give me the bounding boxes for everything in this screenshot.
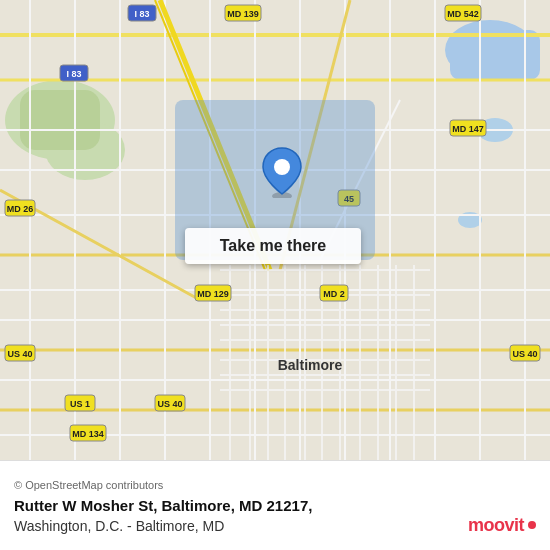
- svg-text:US 40: US 40: [157, 399, 182, 409]
- app: MD 139 MD 542 I 83 I 83 MD 147 MD 26 US …: [0, 0, 550, 550]
- svg-text:MD 134: MD 134: [72, 429, 104, 439]
- svg-text:I 83: I 83: [134, 9, 149, 19]
- svg-text:MD 139: MD 139: [227, 9, 259, 19]
- svg-rect-5: [450, 30, 540, 80]
- address-text: Rutter W Mosher St, Baltimore, MD 21217,: [14, 497, 536, 514]
- take-me-there-button[interactable]: Take me there: [185, 228, 361, 264]
- svg-text:MD 2: MD 2: [323, 289, 345, 299]
- svg-text:Baltimore: Baltimore: [278, 357, 343, 373]
- svg-text:MD 147: MD 147: [452, 124, 484, 134]
- svg-text:US 40: US 40: [512, 349, 537, 359]
- map-container: MD 139 MD 542 I 83 I 83 MD 147 MD 26 US …: [0, 0, 550, 460]
- svg-rect-3: [20, 90, 100, 150]
- svg-text:I 83: I 83: [66, 69, 81, 79]
- moovit-logo: moovit: [468, 515, 536, 536]
- svg-text:US 40: US 40: [7, 349, 32, 359]
- svg-text:US 1: US 1: [70, 399, 90, 409]
- info-bar: © OpenStreetMap contributors Rutter W Mo…: [0, 460, 550, 550]
- copyright-text: © OpenStreetMap contributors: [14, 479, 536, 491]
- svg-text:MD 129: MD 129: [197, 289, 229, 299]
- city-text: Washington, D.C. - Baltimore, MD: [14, 518, 536, 534]
- svg-text:MD 26: MD 26: [7, 204, 34, 214]
- svg-text:MD 542: MD 542: [447, 9, 479, 19]
- moovit-logo-dot: [528, 521, 536, 529]
- moovit-logo-text: moovit: [468, 515, 524, 536]
